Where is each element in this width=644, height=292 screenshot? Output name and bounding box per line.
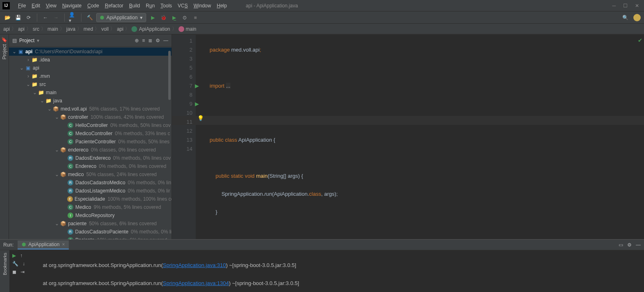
rerun-icon[interactable]: ▶ [12, 253, 16, 258]
tree-item[interactable]: RDadosCadastroPaciente0% methods, 0% li [9, 228, 172, 236]
tree-item[interactable]: RDadosListagemMedico0% methods, 0% lir [9, 187, 172, 195]
tree-item[interactable]: CHelloController0% methods, 50% lines co… [9, 121, 172, 129]
tree-item[interactable]: ⌄📦medico50% classes, 24% lines covered [9, 170, 172, 179]
coverage-icon[interactable]: ▶̲ [170, 14, 178, 22]
select-open-icon[interactable]: ⊕ [135, 38, 139, 43]
project-tree[interactable]: ⌄▣apiC:\Users\Renor\Downloads\api ›📁.ide… [9, 47, 172, 239]
scrollbar[interactable] [167, 47, 172, 239]
close-icon[interactable]: ✕ [635, 3, 639, 9]
menu-view[interactable]: View [43, 2, 59, 9]
crumb[interactable]: api [3, 26, 10, 32]
crumb[interactable]: main [186, 26, 197, 32]
close-tab-icon[interactable]: × [62, 242, 65, 247]
tree-item[interactable]: ⌄📦med.voll.api58% classes, 17% lines cov… [9, 105, 172, 113]
tree-item[interactable]: EEspecialidade100% methods, 100% lines c… [9, 195, 172, 203]
code-body[interactable]: package med.voll.api; import ... @Spring… [196, 35, 644, 271]
maximize-icon[interactable]: ☐ [623, 3, 628, 9]
console[interactable]: at org.springframework.boot.SpringApplic… [33, 250, 644, 292]
run-icon[interactable]: ▶ [149, 14, 157, 22]
stop-icon[interactable]: ■ [191, 14, 199, 22]
menu-refactor[interactable]: Refactor [102, 2, 126, 9]
save-icon[interactable]: 💾 [14, 14, 22, 22]
forward-icon[interactable]: → [52, 14, 60, 22]
menu-window[interactable]: Window [191, 2, 214, 9]
run-tab[interactable]: ⬢ ApiApplication × [18, 240, 69, 249]
code-area[interactable]: ✔ 💡 12356 7▶ 8 9▶ 1011121314 package med… [172, 35, 644, 271]
crumb[interactable]: java [66, 26, 75, 32]
tree-item[interactable]: CPacienteController0% methods, 50% lines [9, 138, 172, 146]
tree-item[interactable]: CPaciente10% methods, 6% lines covered [9, 236, 172, 239]
analysis-ok-icon[interactable]: ✔ [638, 37, 642, 43]
tree-item[interactable]: ⌄📁main [9, 88, 172, 97]
editor: CMedico.java× CApiApplication.java📌 ⛁V3_… [172, 34, 644, 239]
avatar[interactable] [633, 14, 641, 21]
crumb[interactable]: src [33, 26, 39, 32]
scroll-up-icon[interactable]: ↑ [20, 253, 23, 258]
menu-edit[interactable]: Edit [29, 2, 43, 9]
stop-icon[interactable]: ◼ [12, 269, 16, 275]
menu-navigate[interactable]: Navigate [60, 2, 84, 9]
menu-run[interactable]: Run [143, 2, 157, 9]
stack-link[interactable]: SpringApplication.java:1304 [163, 280, 229, 286]
tree-item[interactable]: ⌄📁java [9, 97, 172, 105]
project-tool-button[interactable]: Project [2, 43, 7, 61]
open-icon[interactable]: 📂 [3, 14, 11, 22]
stack-link[interactable]: SpringApplication.java:310 [163, 262, 226, 268]
menu-help[interactable]: Help [214, 2, 229, 9]
chevron-down-icon[interactable]: ▾ [37, 38, 39, 43]
scroll-down-icon[interactable]: ↓ [23, 261, 25, 267]
crumb[interactable]: api [117, 26, 123, 32]
tree-item[interactable]: ⌄▣api [9, 64, 172, 72]
hide-icon[interactable]: — [163, 38, 168, 43]
tree-item[interactable]: IMedicoRepository [9, 211, 172, 220]
tree-item[interactable]: CMedicoController0% methods, 33% lines c [9, 129, 172, 138]
tree-item[interactable]: ⌄📦endereco0% classes, 0% lines covered [9, 146, 172, 154]
menu-tools[interactable]: Tools [158, 2, 174, 9]
gear-icon[interactable]: ⚙ [156, 38, 160, 43]
debug-icon[interactable]: 🐞 [159, 14, 167, 22]
soft-wrap-icon[interactable]: ⇥ [20, 269, 25, 275]
wrench-icon[interactable]: 🔧 [12, 261, 18, 267]
profile-icon[interactable]: ⊙ [181, 14, 189, 22]
collapse-icon[interactable]: ≣ [148, 38, 152, 43]
tree-item[interactable]: CMedico9% methods, 5% lines covered [9, 203, 172, 211]
expand-icon[interactable]: ≡ [142, 38, 145, 43]
main-menu: File Edit View Navigate Code Refactor Bu… [16, 2, 229, 9]
crumb[interactable]: ApiApplication [139, 26, 170, 32]
tree-item[interactable]: ›📁.idea [9, 56, 172, 64]
run-config-selector[interactable]: ⬢ ApiApplication ▾ [96, 13, 146, 22]
run-gutter-icon[interactable]: ▶ [195, 81, 199, 91]
gutter[interactable]: 12356 7▶ 8 9▶ 1011121314 [172, 35, 196, 271]
tree-root[interactable]: ⌄▣apiC:\Users\Renor\Downloads\api [9, 48, 172, 56]
tree-item[interactable]: ⌄📦controller100% classes, 42% lines cove… [9, 113, 172, 121]
search-icon[interactable]: 🔍 [621, 14, 629, 22]
menu-file[interactable]: File [16, 2, 28, 9]
menu-build[interactable]: Build [127, 2, 142, 9]
tree-item[interactable]: CEndereco0% methods, 0% lines covered [9, 162, 172, 170]
project-header: ▤ Project ▾ ⊕ ≡ ≣ ⚙ — [9, 34, 172, 47]
bookmark-strip-icon[interactable]: 🔖 [1, 37, 7, 43]
back-icon[interactable]: ← [41, 14, 50, 22]
tree-item[interactable]: ⌄📦paciente50% classes, 6% lines covered [9, 220, 172, 228]
crumb[interactable]: voll [101, 26, 108, 32]
new-ui-icon[interactable]: 👤▾ [69, 14, 77, 22]
tree-item[interactable]: RDadosEndereco0% methods, 0% lines cov [9, 154, 172, 162]
layout-icon[interactable]: ▭ [619, 242, 623, 248]
menu-code[interactable]: Code [85, 2, 102, 9]
tree-item[interactable]: RDadosCadastroMedico0% methods, 0% lin [9, 179, 172, 187]
crumb[interactable]: main [47, 26, 58, 32]
bookmarks-button[interactable]: Bookmarks [2, 253, 7, 275]
project-title[interactable]: Project [19, 38, 34, 43]
sync-icon[interactable]: ⟳ [25, 14, 33, 22]
tree-item[interactable]: ⌄📁src [9, 80, 172, 88]
build-icon[interactable]: 🔨 [86, 14, 94, 22]
tree-item[interactable]: ›📁.mvn [9, 72, 172, 80]
lightbulb-icon[interactable]: 💡 [197, 115, 204, 121]
menu-vcs[interactable]: VCS [175, 2, 190, 9]
gear-icon[interactable]: ⚙ [627, 242, 632, 248]
minimize-icon[interactable]: ─ [612, 3, 616, 9]
hide-icon[interactable]: — [636, 242, 641, 248]
crumb[interactable]: med [84, 26, 93, 32]
run-gutter-icon[interactable]: ▶ [195, 100, 199, 109]
crumb[interactable]: api [18, 26, 25, 32]
